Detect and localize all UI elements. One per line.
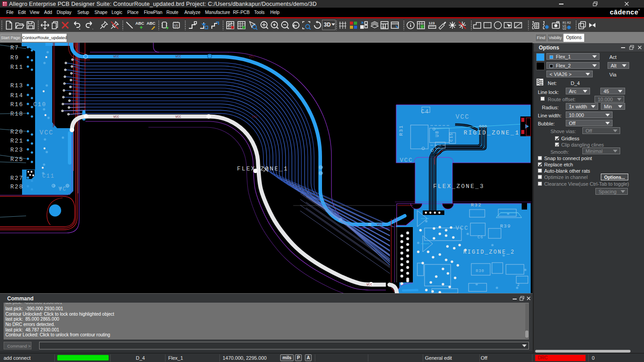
svg-text:VCC: VCC bbox=[456, 113, 470, 121]
svg-text:C4: C4 bbox=[421, 109, 429, 115]
svg-text:R14: R14 bbox=[10, 92, 23, 99]
svg-text:VCC: VCC bbox=[377, 223, 383, 226]
svg-text:R7: R7 bbox=[10, 45, 19, 51]
svg-text:U2: U2 bbox=[563, 27, 567, 30]
svg-text:CM: CM bbox=[381, 26, 385, 29]
svg-text:VCC: VCC bbox=[367, 283, 372, 286]
svg-text:FLEX_ZONE_3: FLEX_ZONE_3 bbox=[433, 183, 484, 190]
svg-text:R28: R28 bbox=[10, 183, 23, 190]
svg-text:i: i bbox=[422, 26, 422, 28]
svg-text:RIGID_ZONE_1: RIGID_ZONE_1 bbox=[464, 130, 520, 136]
svg-text:R16: R16 bbox=[10, 101, 23, 108]
svg-text:R23: R23 bbox=[10, 147, 23, 153]
svg-text:C11: C11 bbox=[42, 173, 55, 179]
svg-text:VCC: VCC bbox=[40, 129, 54, 136]
svg-text:R21: R21 bbox=[10, 138, 23, 144]
svg-text:R31: R31 bbox=[398, 125, 404, 136]
svg-text:VC: VC bbox=[58, 186, 67, 192]
svg-text:R18: R18 bbox=[10, 111, 23, 117]
svg-text:ABC: ABC bbox=[135, 21, 144, 26]
svg-text:VCC: VCC bbox=[113, 55, 119, 58]
svg-text:R13: R13 bbox=[10, 82, 23, 89]
svg-text:VCC: VCC bbox=[400, 157, 413, 164]
svg-text:U8: U8 bbox=[435, 130, 440, 137]
svg-text:R1 R2: R1 R2 bbox=[563, 21, 571, 24]
svg-text:RIGID_ZONE_2: RIGID_ZONE_2 bbox=[463, 249, 515, 255]
svg-text:C10: C10 bbox=[33, 101, 46, 108]
svg-text:R39: R39 bbox=[500, 223, 511, 229]
svg-text:123: 123 bbox=[429, 21, 435, 25]
svg-text:R11: R11 bbox=[10, 64, 23, 71]
svg-text:VCC: VCC bbox=[113, 115, 119, 119]
svg-text:VCC: VCC bbox=[249, 55, 255, 58]
svg-text:R30: R30 bbox=[476, 269, 484, 273]
svg-text:R27: R27 bbox=[10, 175, 23, 182]
svg-text:R25: R25 bbox=[10, 156, 23, 163]
svg-text:VCC: VCC bbox=[456, 225, 469, 232]
svg-text:U1: U1 bbox=[174, 24, 178, 27]
svg-text:FLEX_ZONE_1: FLEX_ZONE_1 bbox=[237, 165, 288, 172]
svg-text:VCC: VCC bbox=[175, 115, 181, 119]
svg-text:R9: R9 bbox=[10, 54, 19, 61]
svg-text:VCC: VCC bbox=[175, 55, 181, 58]
svg-text:C15: C15 bbox=[449, 132, 454, 142]
svg-text:C6: C6 bbox=[478, 235, 483, 240]
svg-text:ABC: ABC bbox=[147, 21, 156, 26]
svg-text:2: 2 bbox=[517, 283, 520, 287]
svg-text:VCC: VCC bbox=[252, 115, 258, 119]
svg-text:R20: R20 bbox=[10, 129, 23, 135]
svg-text:R32: R32 bbox=[471, 202, 482, 208]
